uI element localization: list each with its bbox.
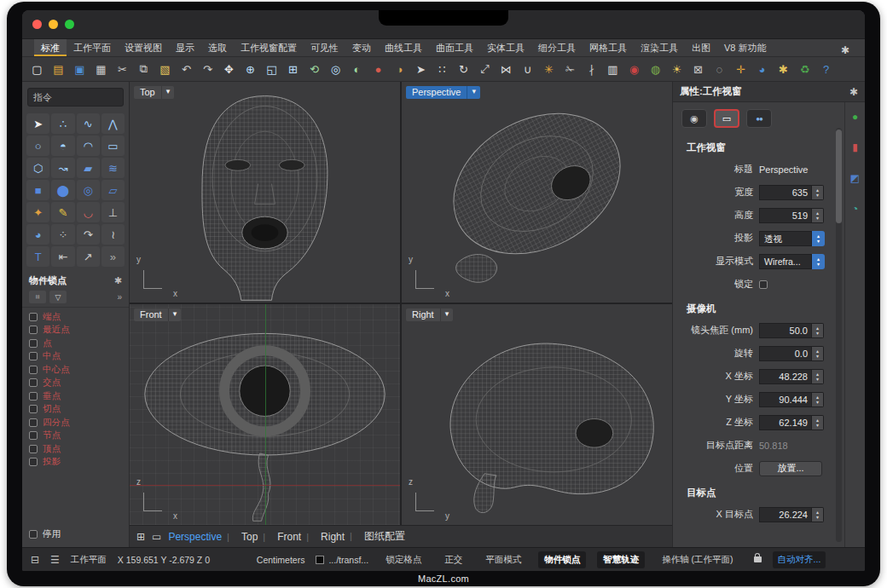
curve-edit-tool[interactable]: ≀: [101, 224, 125, 245]
polygon-tool[interactable]: ⬡: [26, 158, 49, 178]
camera-y-stepper[interactable]: 90.444: [759, 392, 824, 407]
status-toggle[interactable]: 操作轴 (工作平面): [656, 551, 739, 568]
viewport-tab[interactable]: Front: [258, 531, 301, 543]
box-tool[interactable]: ■: [26, 180, 49, 200]
menu-item[interactable]: 细分工具: [531, 39, 583, 56]
mirror[interactable]: ⋈: [496, 60, 516, 79]
sphere-paint-tool[interactable]: ◕: [26, 224, 49, 245]
menu-item[interactable]: 设置视图: [118, 39, 169, 56]
osnap-checkbox[interactable]: [29, 418, 38, 427]
paint-tool[interactable]: ✎: [51, 202, 74, 222]
move[interactable]: ➤: [411, 60, 431, 79]
ellipse-tool[interactable]: ◓: [51, 135, 74, 156]
zoom-selected[interactable]: ◎: [326, 60, 345, 79]
menu-item[interactable]: 出图: [685, 39, 717, 56]
projection-select[interactable]: 透视: [759, 231, 825, 246]
select-arrows-icon[interactable]: [812, 231, 825, 246]
render[interactable]: ●: [368, 60, 388, 79]
viewport-perspective[interactable]: Perspective ▾ y x: [402, 82, 672, 303]
osnap-snap-tab-icon[interactable]: ⌗: [29, 291, 46, 303]
camera-z-value[interactable]: 62.149: [759, 415, 812, 430]
menu-item[interactable]: 工作视窗配置: [234, 39, 304, 56]
redo[interactable]: ↷: [198, 60, 217, 79]
status-toggle[interactable]: 锁定格点: [380, 551, 427, 568]
osnap-checkbox[interactable]: [29, 392, 38, 401]
rotation-value[interactable]: 0.0: [759, 346, 812, 361]
menu-item[interactable]: 曲线工具: [378, 39, 429, 56]
surface-tool[interactable]: ▰: [77, 158, 100, 178]
properties-gear-icon[interactable]: ✱: [849, 86, 858, 98]
hide-objects[interactable]: ◌: [710, 60, 729, 79]
stepper-arrows-icon[interactable]: [812, 185, 824, 200]
osnap-checkbox[interactable]: [29, 458, 38, 466]
text-tool[interactable]: T: [26, 246, 49, 267]
osnap-checkbox[interactable]: [29, 366, 38, 374]
osnap-more-icon[interactable]: »: [117, 292, 122, 302]
axis-tool[interactable]: ⊥: [101, 202, 125, 222]
new-file[interactable]: ▢: [27, 60, 47, 79]
sweep-tool[interactable]: ≋: [101, 158, 125, 178]
viewport-tab-icon[interactable]: ▭: [714, 109, 739, 128]
scrollbar-thumb[interactable]: [836, 130, 842, 223]
copy-object[interactable]: ∷: [432, 60, 452, 79]
menu-item[interactable]: 工作平面: [67, 39, 118, 56]
split[interactable]: ∤: [582, 60, 601, 79]
more-tools[interactable]: »: [101, 246, 125, 267]
fillet-tool[interactable]: ◡: [77, 202, 100, 222]
copy[interactable]: ⧉: [134, 60, 154, 79]
point-cloud-tool[interactable]: ⁘: [51, 224, 74, 245]
lock-objects[interactable]: ⊠: [688, 60, 708, 79]
settings-gear[interactable]: ✱: [774, 60, 793, 79]
menu-item[interactable]: 显示: [169, 39, 201, 56]
cut[interactable]: ✂: [113, 60, 132, 79]
chevron-down-icon[interactable]: ▾: [440, 308, 454, 321]
trim[interactable]: ✁: [560, 60, 580, 79]
zoom-window[interactable]: ◱: [262, 60, 281, 79]
display-panel-icon[interactable]: ●: [852, 111, 858, 123]
menu-item[interactable]: 选取: [201, 39, 234, 56]
width-stepper[interactable]: 635: [759, 185, 824, 200]
zoom-extents[interactable]: ⊞: [283, 60, 303, 79]
gumball[interactable]: ✛: [731, 60, 751, 79]
viewport-front[interactable]: Front ▾ z x: [130, 304, 400, 525]
target-x-value[interactable]: 26.224: [759, 507, 812, 522]
chevron-down-icon[interactable]: ▾: [467, 86, 480, 99]
pan-view[interactable]: ✥: [219, 60, 239, 79]
osnap-disable-checkbox[interactable]: [29, 530, 38, 539]
auto-align-toggle[interactable]: 自动对齐...: [773, 551, 826, 568]
width-value[interactable]: 635: [759, 185, 812, 200]
menu-item[interactable]: 实体工具: [480, 39, 531, 56]
height-stepper[interactable]: 519: [759, 208, 824, 223]
zoom-dynamic[interactable]: ⊕: [241, 60, 260, 79]
blend-tool[interactable]: ↷: [77, 224, 100, 245]
materials-tab-icon[interactable]: ●●: [746, 109, 772, 128]
height-value[interactable]: 519: [759, 208, 812, 223]
menu-item[interactable]: 网格工具: [583, 39, 634, 56]
menu-gear-icon[interactable]: ✱: [841, 42, 849, 56]
plane-tool[interactable]: ▱: [101, 180, 125, 200]
panel-scrollbar[interactable]: [836, 128, 842, 542]
status-toggle[interactable]: 正交: [438, 551, 468, 568]
tube-tool[interactable]: ◎: [77, 180, 100, 200]
leader-tool[interactable]: ↗: [77, 246, 100, 267]
lens-value[interactable]: 50.0: [759, 323, 812, 338]
viewport-right-title[interactable]: Right ▾: [406, 308, 453, 321]
lens-stepper[interactable]: 50.0: [759, 323, 824, 338]
viewport-perspective-title[interactable]: Perspective ▾: [406, 86, 480, 99]
target-x-stepper[interactable]: 26.224: [759, 507, 824, 522]
render-preview[interactable]: ◑: [390, 60, 409, 79]
shade-view[interactable]: ◐: [347, 60, 367, 79]
circle-tool[interactable]: ○: [26, 135, 49, 156]
open-file[interactable]: ▤: [49, 60, 68, 79]
osnap-checkbox[interactable]: [29, 339, 38, 348]
close-window-button[interactable]: [32, 20, 42, 29]
zoom-window-button[interactable]: [65, 20, 74, 29]
camera-tab-icon[interactable]: ◉: [681, 109, 707, 128]
stepper-arrows-icon[interactable]: [812, 323, 824, 338]
stepper-arrows-icon[interactable]: [812, 392, 824, 407]
control-points-tool[interactable]: ∴: [51, 113, 74, 134]
osnap-checkbox[interactable]: [29, 431, 38, 440]
arc-tool[interactable]: ◠: [77, 135, 100, 156]
scale[interactable]: ⤢: [475, 60, 495, 79]
help[interactable]: ?: [816, 60, 836, 79]
